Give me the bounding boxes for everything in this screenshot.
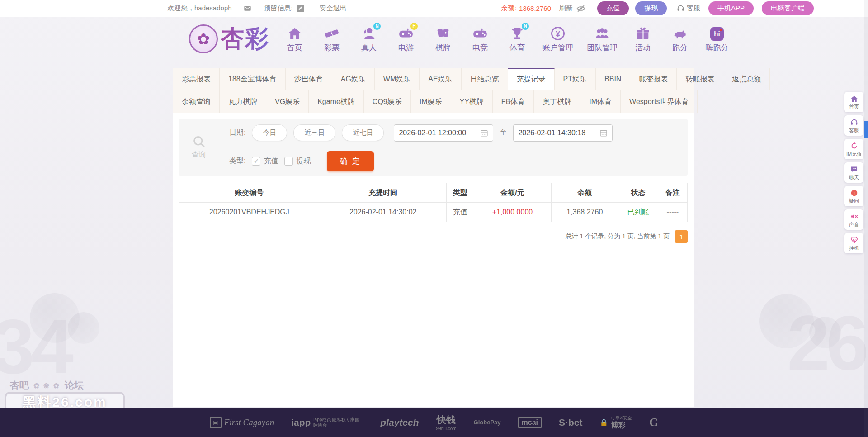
preset-3days-button[interactable]: 近三日 — [293, 124, 335, 141]
tab-wali-qipai[interactable]: 瓦力棋牌 — [220, 90, 266, 113]
decor-ball — [809, 317, 841, 348]
tab-yue-chaxun[interactable]: 余额查询 — [173, 90, 220, 113]
nav-item-paofen[interactable]: 跑分 — [668, 25, 692, 53]
scrollbar-thumb[interactable] — [864, 121, 868, 138]
float-question[interactable]: 疑问 — [844, 186, 863, 206]
tab-shaba-tiyu[interactable]: 沙巴体育 — [286, 68, 332, 90]
cards-icon — [436, 26, 450, 41]
tab-bbin[interactable]: BBIN — [596, 68, 630, 90]
refresh-balance-link[interactable]: 刷新 — [559, 4, 573, 13]
deposit-button[interactable]: 充值 — [597, 1, 629, 15]
coin-icon — [551, 26, 565, 41]
filter-panel: 查询 日期: 今日 近三日 近七日 至 类型: — [179, 119, 688, 176]
team-icon — [595, 26, 609, 41]
logout-link[interactable]: 安全退出 — [320, 4, 347, 13]
nav-item-promos[interactable]: 活动 — [631, 25, 655, 53]
tab-cq9-yule[interactable]: CQ9娱乐 — [364, 90, 411, 113]
page-scrollbar[interactable] — [864, 0, 868, 437]
footer-logo-iapp: iapp iapp成员 隐私权专家国际协会 — [291, 417, 363, 428]
tab-188jinbaobo-tiyu[interactable]: 188金宝博体育 — [220, 68, 286, 90]
nav-item-hi-paofen[interactable]: hi 嗨跑分 — [705, 25, 729, 53]
mobile-app-button[interactable]: 手机APP — [708, 1, 754, 15]
checkbox-deposit[interactable]: ✓ 充值 — [252, 157, 278, 166]
tab-ag-yule[interactable]: AG娱乐 — [332, 68, 375, 90]
rhino-icon — [673, 26, 687, 41]
tab-im-yule[interactable]: IM娱乐 — [411, 90, 451, 113]
calendar-icon[interactable] — [599, 129, 608, 137]
date-to-input[interactable] — [518, 129, 596, 137]
tab-ae-yule[interactable]: AE娱乐 — [420, 68, 461, 90]
home-icon — [288, 26, 302, 41]
eye-off-icon[interactable] — [576, 4, 585, 13]
nav-item-team[interactable]: 团队管理 — [587, 25, 618, 53]
pagination-summary: 总计 1 个记录, 分为 1 页, 当前第 1 页 — [566, 233, 670, 241]
float-chat[interactable]: 聊天 — [844, 162, 863, 183]
home-icon — [850, 95, 858, 103]
tab-zhangbian-baobiao[interactable]: 账变报表 — [630, 68, 677, 90]
nav-item-account[interactable]: 账户管理 — [542, 25, 573, 53]
tab-kgame-qipai[interactable]: Kgame棋牌 — [309, 90, 364, 113]
nav-item-sports[interactable]: N 体育 — [505, 25, 529, 53]
page-1-button[interactable]: 1 — [675, 230, 688, 243]
tab-yy-qipai[interactable]: YY棋牌 — [451, 90, 493, 113]
nav-item-slots[interactable]: H 电游 — [394, 25, 418, 53]
date-from-input[interactable] — [399, 129, 476, 137]
nav-item-lottery[interactable]: 彩票 — [320, 25, 344, 53]
tab-aoding-qipai[interactable]: 奥丁棋牌 — [534, 90, 580, 113]
withdraw-button[interactable]: 提现 — [635, 1, 667, 15]
nav-item-home[interactable]: 首页 — [283, 25, 307, 53]
preset-today-button[interactable]: 今日 — [252, 124, 287, 141]
date-to-field[interactable] — [513, 124, 613, 142]
checkbox-withdraw[interactable]: 提现 — [284, 157, 311, 166]
float-sound[interactable]: 声音 — [844, 209, 863, 230]
footer-logo-playtech: playtech — [380, 417, 419, 428]
forum-watermark-right: 论坛 — [65, 379, 84, 392]
brand-name: 杏彩 — [221, 23, 269, 55]
nav-item-esports[interactable]: 电竞 — [468, 25, 492, 53]
customer-service-link[interactable]: 客服 — [677, 4, 700, 13]
hi-icon: hi — [710, 27, 724, 41]
footer-logo-bocai: 🔒 可靠&安全 博彩 — [600, 415, 632, 430]
calendar-icon[interactable] — [480, 129, 488, 137]
cell-remark: ----- — [658, 203, 687, 222]
brand-logo[interactable]: ✿ 杏彩 — [189, 23, 269, 55]
tab-chongti-jilu-active[interactable]: 充提记录 — [508, 68, 555, 90]
edit-reserved-button[interactable] — [297, 5, 304, 12]
cell-type: 充值 — [446, 203, 474, 222]
chat-bubble-icon — [850, 166, 858, 173]
lock-icon: 🔒 — [600, 418, 609, 427]
nav-item-cards[interactable]: 棋牌 — [431, 25, 455, 53]
footer-logo-mcai: mcai — [518, 417, 542, 428]
pc-client-button[interactable]: 电脑客户端 — [762, 1, 814, 15]
float-idle[interactable]: 挂机 — [844, 233, 863, 253]
checkbox-deposit-box-checked[interactable]: ✓ — [252, 157, 260, 166]
tab-fandian-zonge[interactable]: 返点总额 — [723, 68, 770, 90]
search-label: 查询 — [192, 150, 206, 160]
main-nav: 首页 彩票 N 真人 H 电游 棋牌 电竞 N 体育 — [283, 25, 729, 53]
tab-rijie-zonglan[interactable]: 日结总览 — [462, 68, 508, 90]
tab-caipiao-baobiao[interactable]: 彩票报表 — [173, 68, 220, 90]
date-label: 日期: — [229, 128, 245, 138]
tab-fb-tiyu[interactable]: FB体育 — [493, 90, 534, 113]
topbar: 欢迎您，hadesadoph 预留信息: 安全退出 余额: 1368.2760 … — [0, 0, 868, 17]
mail-icon[interactable] — [244, 5, 251, 12]
sound-off-icon — [850, 213, 858, 220]
tab-wesports[interactable]: Wesports世界体育 — [621, 90, 698, 113]
float-service[interactable]: 客服 — [844, 115, 863, 136]
tab-vg-yule[interactable]: VG娱乐 — [266, 90, 309, 113]
col-header-amount: 金额/元 — [474, 183, 551, 203]
footer-licenses: ▣ First Cagayan iapp iapp成员 隐私权专家国际协会 pl… — [0, 408, 868, 437]
tab-zhuanzhang-baobiao[interactable]: 转账报表 — [677, 68, 723, 90]
tab-im-tiyu[interactable]: IM体育 — [580, 90, 621, 113]
tab-wm-yule[interactable]: WM娱乐 — [375, 68, 420, 90]
date-from-field[interactable] — [394, 124, 493, 142]
col-header-balance: 余额 — [551, 183, 618, 203]
confirm-button[interactable]: 确 定 — [327, 151, 374, 171]
tab-row-2: 余额查询 瓦力棋牌 VG娱乐 Kgame棋牌 CQ9娱乐 IM娱乐 YY棋牌 F… — [173, 90, 694, 113]
tab-pt-yule[interactable]: PT娱乐 — [555, 68, 596, 90]
float-im-recharge[interactable]: IM充值 — [844, 139, 863, 159]
checkbox-withdraw-box-unchecked[interactable] — [284, 157, 293, 166]
float-home[interactable]: 首页 — [844, 92, 863, 112]
preset-7days-button[interactable]: 近七日 — [342, 124, 384, 141]
nav-item-live[interactable]: N 真人 — [357, 25, 381, 53]
